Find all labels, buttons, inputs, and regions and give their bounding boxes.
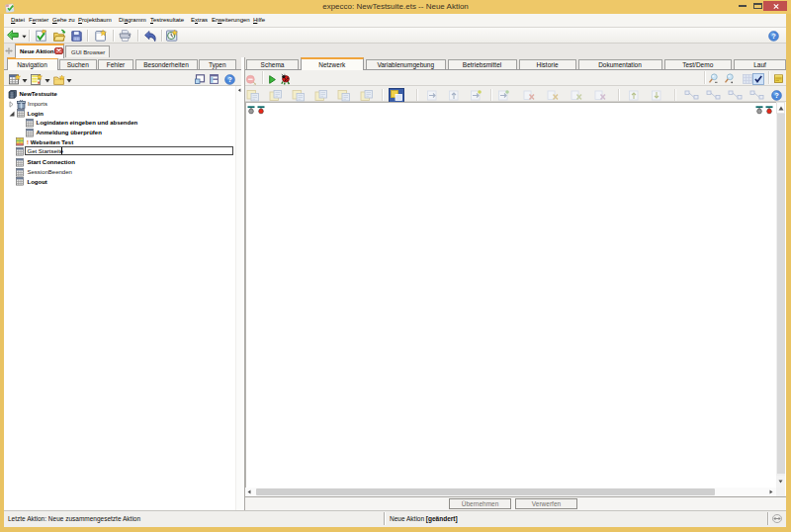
svg-text:?: ? bbox=[771, 32, 776, 41]
svg-text:?: ? bbox=[227, 75, 232, 84]
svg-text:?: ? bbox=[774, 91, 779, 100]
